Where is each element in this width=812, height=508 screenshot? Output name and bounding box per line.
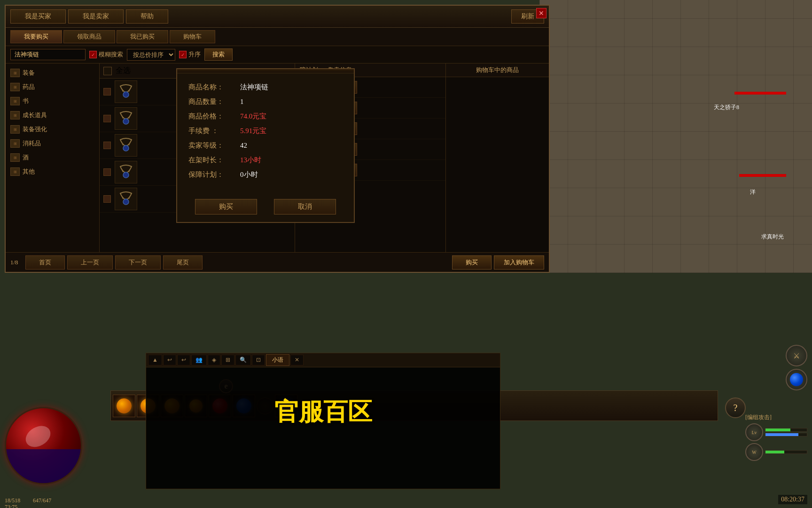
- level-icon-2: W: [745, 443, 763, 461]
- item-icon-3: [115, 134, 137, 157]
- chat-tab-all[interactable]: ⊞: [221, 355, 234, 365]
- category-wine-label: 酒: [23, 153, 29, 162]
- chat-tab-expand[interactable]: ▲: [148, 355, 162, 365]
- asc-checkbox[interactable]: ✓: [179, 51, 187, 58]
- chat-tab-map[interactable]: ⊡: [252, 355, 265, 365]
- category-medicine-label: 药品: [23, 83, 35, 91]
- category-growth-label: 成长道具: [23, 111, 47, 119]
- category-panel: ⊞ 装备 ⊞ 药品 ⊞ 书 ⊞ 成长道具 ⊞ 装备强化 ⊞ 消耗品: [6, 64, 100, 269]
- category-enhance-label: 装备强化: [23, 125, 47, 134]
- svg-line-14: [129, 193, 132, 199]
- popup-guarantee-row: 保障计划： 0小时: [188, 170, 343, 179]
- cart-header: 购物车中的商品: [446, 64, 549, 77]
- chat-tab-2[interactable]: ↩: [177, 355, 190, 365]
- enemy-hp-bar-2: [739, 174, 786, 177]
- popup-duration-row: 在架时长： 13小时: [188, 156, 343, 165]
- group-attack-label: [编组攻击]: [745, 413, 807, 421]
- popup-cancel-button[interactable]: 取消: [274, 199, 336, 214]
- select-all-checkbox[interactable]: [103, 67, 112, 75]
- purchase-popup: 商品名称： 法神项链 商品数量： 1 商品价格： 74.0元宝 手续费 ： 5.…: [176, 68, 355, 223]
- search-bar: ✓ 模糊搜索 按总价排序 按单价排序 按时间排序 ✓ 升序 搜索: [6, 46, 549, 64]
- popup-buy-button[interactable]: 购买: [195, 199, 257, 214]
- right-hud-buttons: ⚔: [786, 345, 807, 390]
- item-icon-1: [115, 80, 137, 103]
- popup-seller-level-row: 卖家等级： 42: [188, 141, 343, 150]
- character-button[interactable]: ⚔: [786, 345, 807, 366]
- last-page-button[interactable]: 尾页: [163, 255, 203, 270]
- item-checkbox-4[interactable]: [103, 168, 111, 176]
- cart-panel: 购物车中的商品: [445, 64, 549, 269]
- growth-icon: ⊞: [10, 111, 20, 119]
- category-medicine[interactable]: ⊞ 药品: [6, 80, 99, 94]
- category-consumable[interactable]: ⊞ 消耗品: [6, 136, 99, 151]
- fuzzy-search-checkbox[interactable]: ✓: [89, 51, 97, 58]
- level-stats: [编组攻击] Lv W: [745, 413, 807, 461]
- other-icon: ⊞: [10, 167, 20, 176]
- fee-value: 5.91元宝: [240, 127, 266, 135]
- top-tabs-bar: 我是买家 我是卖家 帮助 刷新: [6, 6, 549, 28]
- buy-button[interactable]: 购买: [452, 255, 492, 270]
- item-checkbox-1[interactable]: [103, 88, 111, 95]
- chat-close-button[interactable]: ✕: [290, 355, 304, 365]
- enhance-icon: ⊞: [10, 125, 20, 134]
- svg-line-7: [120, 140, 123, 145]
- category-enhance[interactable]: ⊞ 装备强化: [6, 122, 99, 136]
- sort-select[interactable]: 按总价排序 按单价排序 按时间排序: [127, 49, 175, 61]
- search-input[interactable]: [10, 49, 86, 60]
- level-bar-fill-2: [765, 433, 798, 436]
- fee-label: 手续费 ：: [188, 127, 240, 135]
- category-book[interactable]: ⊞ 书: [6, 94, 99, 108]
- category-equip[interactable]: ⊞ 装备: [6, 66, 99, 80]
- seller-level-value: 42: [240, 142, 247, 150]
- chat-tab-area[interactable]: ◈: [208, 355, 220, 365]
- qty-label: 商品数量：: [188, 97, 240, 106]
- level-bar-fill-3: [765, 451, 784, 453]
- level-bar-2: [765, 433, 807, 437]
- prev-page-button[interactable]: 上一页: [67, 255, 113, 270]
- item-checkbox-5[interactable]: [103, 195, 111, 203]
- item-icon-4: [115, 161, 137, 183]
- search-button[interactable]: 搜索: [204, 48, 233, 61]
- popup-qty-row: 商品数量： 1: [188, 97, 343, 106]
- tab-cart[interactable]: 购物车: [170, 30, 215, 43]
- close-button[interactable]: ✕: [536, 8, 547, 18]
- tab-buyer[interactable]: 我是买家: [10, 9, 66, 24]
- tab-purchased[interactable]: 我已购买: [117, 30, 168, 43]
- tab-buy[interactable]: 我要购买: [10, 30, 62, 43]
- svg-line-5: [129, 113, 132, 119]
- select-all-label: 全选: [116, 66, 131, 76]
- category-growth[interactable]: ⊞ 成长道具: [6, 108, 99, 122]
- tab-help[interactable]: 帮助: [126, 9, 168, 24]
- quickbar-slot-1[interactable]: [113, 395, 135, 417]
- chat-tab-group[interactable]: 👥: [191, 355, 207, 365]
- category-wine[interactable]: ⊞ 酒: [6, 151, 99, 165]
- chat-tab-whisper[interactable]: 小语: [266, 354, 289, 366]
- category-other[interactable]: ⊞ 其他: [6, 165, 99, 179]
- skill-button[interactable]: [786, 369, 807, 390]
- qty-value: 1: [240, 98, 244, 106]
- tab-seller[interactable]: 我是卖家: [68, 9, 124, 24]
- level-bar-fill-1: [765, 429, 790, 431]
- medicine-icon: ⊞: [10, 83, 20, 91]
- svg-line-13: [120, 193, 123, 199]
- first-page-button[interactable]: 首页: [25, 255, 65, 270]
- svg-point-6: [123, 145, 129, 151]
- next-page-button[interactable]: 下一页: [115, 255, 161, 270]
- tab-pickup[interactable]: 领取商品: [63, 30, 115, 43]
- svg-point-12: [123, 199, 129, 205]
- fuzzy-search-label: ✓ 模糊搜索: [89, 50, 123, 59]
- level-bar-3: [765, 450, 807, 454]
- category-consumable-label: 消耗品: [23, 139, 41, 148]
- popup-content: 商品名称： 法神项链 商品数量： 1 商品价格： 74.0元宝 手续费 ： 5.…: [177, 73, 354, 194]
- asc-label: ✓ 升序: [179, 50, 201, 59]
- svg-line-11: [129, 167, 132, 172]
- bottom-bar: 1/8 首页 上一页 下一页 尾页 购买 加入购物车: [6, 252, 549, 272]
- item-checkbox-3[interactable]: [103, 142, 111, 149]
- chat-tab-1[interactable]: ↩: [163, 355, 176, 365]
- wine-icon: ⊞: [10, 153, 20, 162]
- item-icon-2: [115, 107, 137, 130]
- add-cart-button[interactable]: 加入购物车: [494, 255, 544, 270]
- help-button[interactable]: ?: [725, 397, 746, 418]
- chat-tab-search[interactable]: 🔍: [235, 355, 251, 365]
- item-checkbox-2[interactable]: [103, 115, 111, 122]
